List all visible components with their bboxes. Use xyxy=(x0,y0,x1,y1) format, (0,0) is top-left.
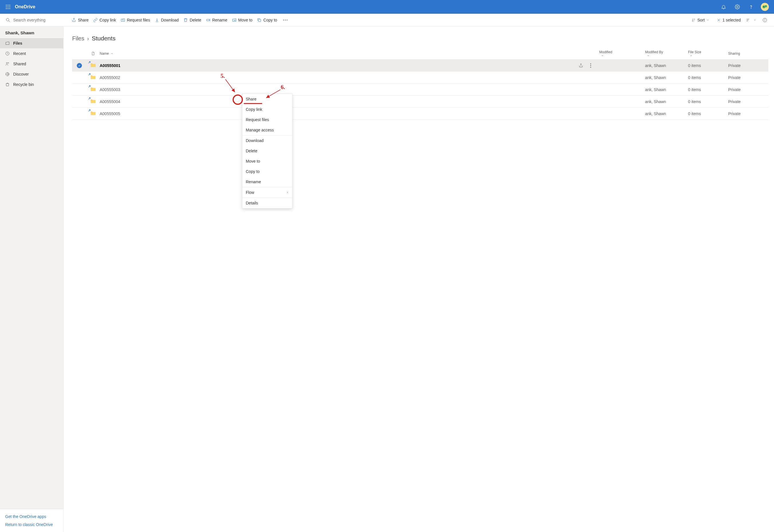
breadcrumb-root[interactable]: Files xyxy=(72,35,84,42)
row-name[interactable]: A00555002 xyxy=(100,75,120,80)
clear-selection-button[interactable]: 1 selected xyxy=(714,14,743,26)
link-icon xyxy=(93,18,98,22)
trash-icon xyxy=(183,18,188,22)
ctx-request-files[interactable]: Request files xyxy=(242,115,292,125)
ctx-manage-access[interactable]: Manage access xyxy=(242,125,292,135)
row-name[interactable]: A00555004 xyxy=(100,99,120,104)
svg-point-14 xyxy=(763,6,764,7)
row-modified-by: ank, Shawn xyxy=(645,99,688,104)
svg-point-2 xyxy=(9,5,10,6)
list-view-icon xyxy=(746,18,750,22)
copy-icon xyxy=(257,18,261,22)
copy-to-button[interactable]: Copy to xyxy=(255,14,279,26)
row-modified-by: ank, Shawn xyxy=(645,87,688,92)
folder-icon xyxy=(90,111,96,117)
help-button[interactable] xyxy=(744,0,758,14)
sidebar-item-discover[interactable]: Discover xyxy=(0,69,63,79)
download-icon xyxy=(155,18,159,22)
file-table: Name Modified Modified By File Size Shar… xyxy=(72,48,768,120)
folder-icon xyxy=(90,63,96,68)
svg-point-16 xyxy=(6,18,9,21)
column-file-size[interactable]: File Size xyxy=(688,50,728,57)
column-modified-label: Modified xyxy=(599,50,612,54)
ctx-move-to[interactable]: Move to xyxy=(242,156,292,166)
classic-link[interactable]: Return to classic OneDrive xyxy=(5,521,58,529)
column-type[interactable] xyxy=(86,51,100,56)
rename-button[interactable]: Rename xyxy=(204,14,230,26)
sidebar-item-files[interactable]: Files xyxy=(0,38,63,48)
request-files-button[interactable]: Request files xyxy=(118,14,152,26)
ctx-details[interactable]: Details xyxy=(242,198,292,208)
app-name[interactable]: OneDrive xyxy=(15,4,35,9)
svg-point-37 xyxy=(765,19,765,19)
row-name[interactable]: A00555001 xyxy=(100,63,120,68)
download-label: Download xyxy=(161,18,179,22)
download-button[interactable]: Download xyxy=(152,14,181,26)
file-icon xyxy=(91,51,95,56)
ctx-rename[interactable]: Rename xyxy=(242,177,292,187)
ctx-copy-link[interactable]: Copy link xyxy=(242,104,292,115)
gear-icon xyxy=(735,4,740,9)
column-sharing[interactable]: Sharing xyxy=(728,52,768,56)
table-row[interactable]: A00555001ank, Shawn0 itemsPrivate xyxy=(72,60,768,72)
chevron-right-icon xyxy=(286,191,289,194)
sort-button[interactable]: Sort xyxy=(689,14,713,26)
table-row[interactable]: A00555002ank, Shawn0 itemsPrivate xyxy=(72,72,768,84)
row-more-actions-button[interactable] xyxy=(587,62,594,69)
svg-point-24 xyxy=(285,19,285,20)
column-modified[interactable]: Modified xyxy=(599,50,645,57)
delete-button[interactable]: Delete xyxy=(181,14,203,26)
svg-rect-22 xyxy=(259,19,261,21)
row-name[interactable]: A00555003 xyxy=(100,87,120,92)
ctx-copy-to[interactable]: Copy to xyxy=(242,166,292,177)
search-input[interactable] xyxy=(13,18,53,22)
svg-point-0 xyxy=(6,5,7,6)
copy-link-button[interactable]: Copy link xyxy=(91,14,118,26)
ctx-download[interactable]: Download xyxy=(242,135,292,146)
selected-check-icon[interactable] xyxy=(77,63,82,68)
more-commands-button[interactable] xyxy=(279,14,293,26)
request-files-icon xyxy=(121,18,125,22)
table-row[interactable]: A00555005ank, Shawn0 itemsPrivate xyxy=(72,108,768,120)
ctx-copy-to-label: Copy to xyxy=(246,169,259,174)
column-name[interactable]: Name xyxy=(100,52,599,56)
table-row[interactable]: A00555003ank, Shawn0 itemsPrivate xyxy=(72,84,768,96)
table-row[interactable]: A00555004ank, Shawn0 itemsPrivate xyxy=(72,96,768,108)
copy-to-label: Copy to xyxy=(263,18,277,22)
breadcrumb: Files › Students xyxy=(72,35,768,42)
account-button[interactable] xyxy=(758,0,772,14)
share-button[interactable]: Share xyxy=(69,14,91,26)
ctx-delete[interactable]: Delete xyxy=(242,146,292,156)
sidebar-item-recycle[interactable]: Recycle bin xyxy=(0,79,63,90)
settings-button[interactable] xyxy=(730,0,744,14)
ctx-share[interactable]: Share xyxy=(242,94,292,104)
sidebar-item-recent[interactable]: Recent xyxy=(0,48,63,59)
column-modified-by[interactable]: Modified By xyxy=(645,50,688,57)
notifications-button[interactable] xyxy=(717,0,730,14)
ctx-rename-label: Rename xyxy=(246,180,261,184)
sidebar-label-files: Files xyxy=(13,41,22,46)
row-file-size: 0 items xyxy=(688,111,728,116)
app-launcher-button[interactable] xyxy=(2,1,14,13)
details-pane-button[interactable] xyxy=(761,14,771,26)
move-to-button[interactable]: Move to xyxy=(230,14,255,26)
ctx-flow[interactable]: Flow xyxy=(242,187,292,198)
svg-point-3 xyxy=(6,7,7,7)
get-apps-link[interactable]: Get the OneDrive apps xyxy=(5,513,58,521)
sidebar-item-shared[interactable]: Shared xyxy=(0,59,63,69)
row-name[interactable]: A00555005 xyxy=(100,111,120,116)
view-options-button[interactable] xyxy=(744,14,760,26)
row-file-size: 0 items xyxy=(688,75,728,80)
ctx-move-to-label: Move to xyxy=(246,159,260,163)
request-files-label: Request files xyxy=(127,18,150,22)
sort-label: Sort xyxy=(697,18,705,22)
column-modified-by-label: Modified By xyxy=(645,50,663,54)
chevron-down-icon xyxy=(647,54,650,57)
command-bar: Share Copy link Request files Download D… xyxy=(0,14,774,26)
row-share-button[interactable] xyxy=(578,62,584,69)
ctx-delete-label: Delete xyxy=(246,149,257,153)
search-box[interactable] xyxy=(0,14,64,26)
recycle-icon xyxy=(5,82,10,87)
sidebar-label-recent: Recent xyxy=(13,51,26,56)
delete-label: Delete xyxy=(190,18,201,22)
